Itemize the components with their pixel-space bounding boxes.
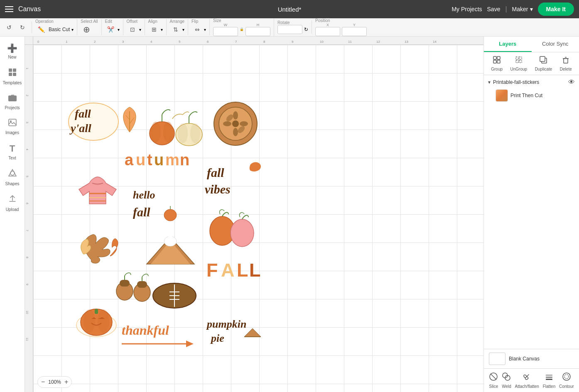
sticker-thankful[interactable]: thankful	[120, 315, 196, 351]
sidebar-item-shapes[interactable]: Shapes	[2, 165, 23, 189]
rotate-input[interactable]	[277, 25, 302, 34]
edit-button[interactable]: ✂️	[105, 24, 117, 35]
zoom-in-button[interactable]: +	[64, 378, 68, 386]
my-projects-button[interactable]: My Projects	[451, 6, 482, 12]
bottom-tools: Slice Weld	[484, 369, 579, 392]
svg-rect-99	[546, 377, 552, 378]
zoom-out-button[interactable]: −	[41, 378, 45, 386]
rotate-group: Rotate ↻	[277, 20, 312, 34]
contour-tool[interactable]: Contour	[559, 372, 574, 389]
sidebar-item-text[interactable]: T Text	[2, 140, 23, 164]
svg-point-26	[233, 111, 238, 120]
arrange-group: Arrange ⇅ ▾	[170, 19, 189, 35]
pen-tool-button[interactable]: ✏️	[35, 24, 47, 35]
sticker-fall-big[interactable]: F A L L	[204, 256, 262, 281]
layer-group-header[interactable]: ▾ Printable-fall-stickers 👁	[486, 77, 577, 88]
sticker-sweater[interactable]	[75, 169, 120, 208]
sticker-pumpkin-single[interactable]	[75, 294, 118, 339]
blank-canvas-swatch[interactable]	[489, 353, 505, 365]
sticker-pie-round[interactable]	[212, 98, 260, 150]
duplicate-icon	[539, 56, 547, 66]
sticker-pie-slice[interactable]	[142, 229, 199, 268]
sticker-fall-vibes[interactable]: fall vibes	[205, 158, 263, 204]
svg-rect-2	[9, 73, 12, 76]
svg-point-29	[240, 121, 248, 126]
lock-aspect-button[interactable]: 🔒	[240, 28, 244, 31]
zoom-bar: − 100% +	[37, 376, 72, 388]
main-layout: ➕ New Templates Projects	[0, 37, 579, 392]
layer-item-print-then-cut[interactable]: Print Then Cut	[486, 88, 577, 103]
layer-tree: ▾ Printable-fall-stickers 👁 Print Then C…	[484, 75, 579, 349]
sticker-apples[interactable]	[206, 206, 258, 251]
svg-point-102	[564, 375, 569, 379]
svg-line-95	[491, 374, 496, 380]
align-button[interactable]: ⊞	[148, 24, 160, 35]
projects-icon	[8, 93, 17, 104]
svg-rect-71	[95, 309, 98, 314]
flip-button[interactable]: ⇔	[191, 24, 203, 35]
slice-tool[interactable]: Slice	[489, 372, 498, 389]
edit-group: Edit ✂️ ▾	[105, 19, 123, 35]
y-input[interactable]	[342, 27, 367, 36]
canvas-grid[interactable]: fall y'all	[33, 45, 483, 392]
visibility-icon[interactable]: 👁	[568, 78, 575, 86]
svg-text:F: F	[206, 260, 220, 281]
arrange-button[interactable]: ⇅	[170, 24, 182, 35]
make-it-button[interactable]: Make It	[538, 2, 574, 16]
sticker-pumpkins[interactable]	[143, 102, 206, 148]
sidebar-item-templates[interactable]: Templates	[2, 64, 23, 88]
width-input[interactable]	[213, 27, 238, 36]
svg-text:L: L	[249, 260, 261, 281]
maker-button[interactable]: Maker ▾	[512, 6, 533, 12]
svg-point-25	[232, 120, 239, 127]
upload-icon	[8, 194, 17, 206]
group-tool[interactable]: Group	[491, 56, 503, 71]
sidebar-item-upload[interactable]: Upload	[2, 191, 23, 215]
tab-layers[interactable]: Layers	[484, 37, 532, 52]
svg-rect-85	[516, 57, 518, 59]
canvas-area[interactable]: 0 1 2 3 4 5 6 7 8 9 10 11 12 13 14 1 2 3	[25, 37, 483, 392]
ruler-horizontal: 0 1 2 3 4 5 6 7 8 9 10 11 12 13 14	[33, 37, 483, 45]
operation-select: Operation ✏️ Basic Cut ▾	[35, 19, 74, 35]
position-group: Position X Y	[315, 18, 370, 36]
offset-button[interactable]: ⊡	[127, 24, 138, 35]
weld-tool[interactable]: Weld	[502, 372, 511, 389]
svg-text:fall: fall	[207, 166, 224, 179]
app-title: Canvas	[18, 5, 41, 13]
x-input[interactable]	[315, 27, 340, 36]
delete-icon	[562, 56, 570, 66]
select-all-button[interactable]: ⊕	[81, 24, 92, 35]
delete-tool[interactable]: Delete	[560, 56, 572, 71]
svg-rect-88	[519, 60, 522, 63]
svg-point-51	[168, 235, 172, 239]
sticker-fall-yall[interactable]: fall y'all	[66, 101, 120, 142]
duplicate-tool[interactable]: Duplicate	[535, 56, 552, 71]
sidebar-item-new[interactable]: ➕ New	[2, 40, 23, 63]
svg-text:a: a	[125, 151, 134, 169]
attach-tool[interactable]: Attach/flatten	[515, 372, 539, 389]
menu-button[interactable]	[5, 6, 13, 12]
sidebar-item-projects[interactable]: Projects	[2, 90, 23, 113]
svg-rect-90	[540, 56, 545, 61]
svg-point-17	[151, 122, 161, 142]
sticker-pumpkin-pie-text[interactable]: pumpkin pie	[205, 312, 266, 348]
sticker-leaf[interactable]	[118, 105, 141, 134]
sticker-leaves-pile[interactable]	[75, 227, 133, 266]
zoom-value: 100%	[48, 379, 61, 385]
svg-text:y'all: y'all	[69, 122, 91, 135]
undo-button[interactable]: ↺	[3, 22, 15, 33]
save-button[interactable]: Save	[487, 6, 500, 12]
ungroup-tool[interactable]: UnGroup	[510, 56, 527, 71]
svg-rect-98	[546, 375, 552, 376]
height-input[interactable]	[245, 27, 270, 36]
redo-button[interactable]: ↻	[17, 22, 28, 33]
sticker-autumn[interactable]: a u t u m n	[123, 148, 204, 171]
sticker-hello-fall[interactable]: hello fall	[131, 180, 185, 225]
svg-text:pie: pie	[210, 332, 224, 344]
flatten-tool[interactable]: Flatten	[543, 372, 556, 389]
svg-point-70	[98, 309, 109, 333]
sticker-football[interactable]	[150, 279, 199, 312]
sidebar-item-images[interactable]: Images	[2, 115, 23, 138]
svg-point-22	[190, 123, 200, 143]
tab-color-sync[interactable]: Color Sync	[532, 37, 579, 52]
